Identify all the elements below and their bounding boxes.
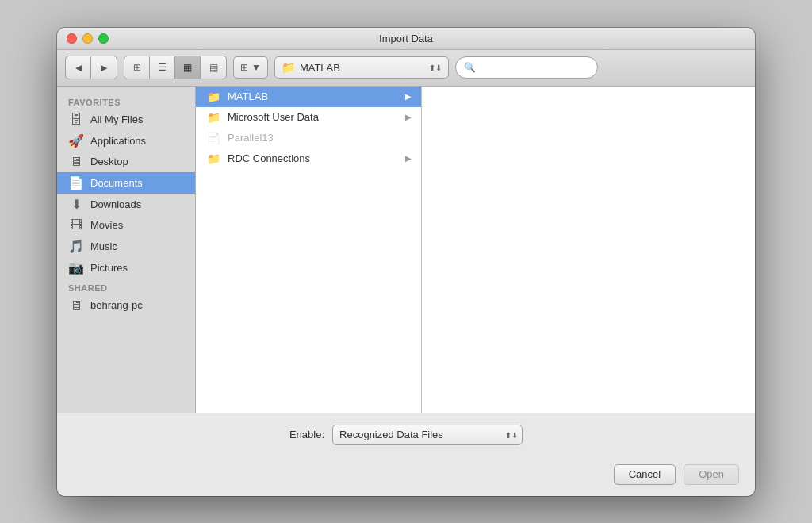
forward-button[interactable]: ▶ xyxy=(91,56,117,79)
sidebar-item-all-my-files[interactable]: 🗄 All My Files xyxy=(57,110,195,130)
search-icon: 🔍 xyxy=(464,62,476,73)
documents-icon: 📄 xyxy=(68,175,84,190)
sidebar-item-label: All My Files xyxy=(90,113,143,125)
sidebar-item-documents[interactable]: 📄 Documents xyxy=(57,172,195,194)
sidebar-item-music[interactable]: 🎵 Music xyxy=(57,236,195,257)
applications-icon: 🚀 xyxy=(68,133,84,148)
chevron-right-icon: ▶ xyxy=(405,92,412,101)
chevron-right-icon: ▶ xyxy=(405,154,412,163)
sidebar-item-behrang-pc[interactable]: 🖥 behrang-pc xyxy=(57,295,195,316)
view-icon-button[interactable]: ⊞ xyxy=(124,56,150,79)
traffic-lights xyxy=(67,33,109,44)
favorites-header: FAVORITES xyxy=(57,93,195,110)
sidebar-item-label: Downloads xyxy=(90,198,141,210)
cancel-button[interactable]: Cancel xyxy=(614,464,676,485)
file-item-parallel13: 📄 Parallel13 xyxy=(196,128,421,148)
file-item-name: RDC Connections xyxy=(228,152,399,164)
sidebar-item-label: Pictures xyxy=(90,262,128,274)
sidebar-item-pictures[interactable]: 📷 Pictures xyxy=(57,257,195,279)
search-input[interactable] xyxy=(480,62,599,73)
enable-select[interactable]: Recognized Data Files All Files xyxy=(332,425,523,445)
file-browser: 📁 MATLAB ▶ 📁 Microsoft User Data ▶ 📄 Par… xyxy=(196,87,755,413)
enable-select-wrapper: Recognized Data Files All Files ⬆⬇ xyxy=(332,425,523,445)
enable-label: Enable: xyxy=(289,429,324,440)
title-bar: Import Data xyxy=(57,28,755,50)
file-column-secondary xyxy=(422,87,588,413)
behrang-pc-icon: 🖥 xyxy=(68,298,84,313)
sidebar-item-label: Applications xyxy=(90,135,146,147)
file-item-microsoft-user-data[interactable]: 📁 Microsoft User Data ▶ xyxy=(196,107,421,128)
enable-row: Enable: Recognized Data Files All Files … xyxy=(289,425,523,445)
desktop-icon: 🖥 xyxy=(68,155,84,169)
file-item-matlab[interactable]: 📁 MATLAB ▶ xyxy=(196,87,421,107)
folder-icon: 📁 xyxy=(282,61,295,74)
file-column-primary: 📁 MATLAB ▶ 📁 Microsoft User Data ▶ 📄 Par… xyxy=(196,87,422,413)
folder-icon: 📁 xyxy=(205,111,221,124)
toolbar: ◀ ▶ ⊞ ☰ ▦ ▤ ⊞ ▼ 📁 MATLAB ⬆⬇ 🔍 xyxy=(57,50,755,87)
location-bar[interactable]: 📁 MATLAB ⬆⬇ xyxy=(274,56,449,79)
file-item-name: MATLAB xyxy=(228,90,399,102)
sidebar-item-label: Documents xyxy=(90,177,143,189)
file-item-name: Parallel13 xyxy=(228,132,412,144)
action-buttons: Cancel Open xyxy=(57,456,755,496)
dialog-title: Import Data xyxy=(379,33,433,44)
file-item-name: Microsoft User Data xyxy=(228,111,399,123)
view-column-button[interactable]: ▦ xyxy=(175,56,201,79)
file-item-rdc-connections[interactable]: 📁 RDC Connections ▶ xyxy=(196,148,421,169)
folder-icon: 📁 xyxy=(205,90,221,103)
location-text: MATLAB xyxy=(300,62,424,74)
sidebar-item-label: behrang-pc xyxy=(90,299,143,311)
view-coverflow-button[interactable]: ▤ xyxy=(201,56,226,79)
downloads-icon: ⬇ xyxy=(68,197,84,212)
file-column-tertiary xyxy=(588,87,755,413)
arrange-icon: ⊞ xyxy=(240,62,248,73)
pictures-icon: 📷 xyxy=(68,260,84,275)
location-arrows: ⬆⬇ xyxy=(429,63,442,72)
import-dialog: Import Data ◀ ▶ ⊞ ☰ ▦ ▤ ⊞ ▼ 📁 MATLAB ⬆⬇ … xyxy=(57,28,755,496)
sidebar-item-label: Desktop xyxy=(90,156,128,167)
sidebar-item-applications[interactable]: 🚀 Applications xyxy=(57,130,195,152)
minimize-button[interactable] xyxy=(82,33,93,44)
sidebar-item-movies[interactable]: 🎞 Movies xyxy=(57,215,195,236)
arrange-button[interactable]: ⊞ ▼ xyxy=(233,56,268,79)
sidebar-item-desktop[interactable]: 🖥 Desktop xyxy=(57,152,195,172)
close-button[interactable] xyxy=(67,33,77,44)
chevron-right-icon: ▶ xyxy=(405,113,412,121)
bottom-bar: Enable: Recognized Data Files All Files … xyxy=(57,413,755,456)
shared-header: SHARED xyxy=(57,279,195,295)
search-box: 🔍 xyxy=(455,56,598,79)
folder-icon: 📁 xyxy=(205,152,221,165)
music-icon: 🎵 xyxy=(68,239,84,254)
file-icon: 📄 xyxy=(205,132,221,144)
all-my-files-icon: 🗄 xyxy=(68,113,84,127)
sidebar: FAVORITES 🗄 All My Files 🚀 Applications … xyxy=(57,87,196,413)
sidebar-item-label: Movies xyxy=(90,219,123,231)
view-list-button[interactable]: ☰ xyxy=(150,56,175,79)
back-button[interactable]: ◀ xyxy=(66,56,91,79)
view-buttons: ⊞ ☰ ▦ ▤ xyxy=(124,56,227,79)
maximize-button[interactable] xyxy=(98,33,109,44)
nav-buttons: ◀ ▶ xyxy=(65,56,117,79)
open-button[interactable]: Open xyxy=(684,464,739,485)
sidebar-item-label: Music xyxy=(90,240,117,252)
arrange-arrow: ▼ xyxy=(251,62,261,73)
main-content: FAVORITES 🗄 All My Files 🚀 Applications … xyxy=(57,87,755,413)
sidebar-item-downloads[interactable]: ⬇ Downloads xyxy=(57,194,195,215)
movies-icon: 🎞 xyxy=(68,218,84,233)
